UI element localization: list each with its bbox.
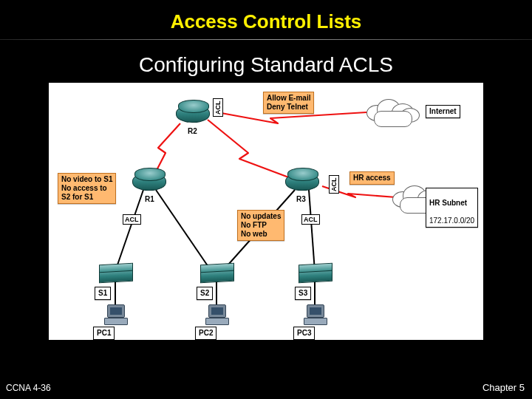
pc-pc1 <box>104 304 126 325</box>
switch-s2 <box>200 269 234 282</box>
pc-pc3 <box>304 304 326 325</box>
network-diagram: R2 R1 R3 S1 S2 S3 PC1 PC2 PC3 Internet H… <box>47 81 485 341</box>
acl-tag-r3: ACL <box>301 214 320 225</box>
note-r2-policy: Allow E-mail Deny Telnet <box>263 92 314 114</box>
router-r1 <box>132 173 166 191</box>
acl-tag-r3-hr: ACL <box>329 176 339 194</box>
hr-subnet-title: HR Subnet <box>429 199 467 207</box>
label-pc1: PC1 <box>93 327 115 340</box>
label-r2: R2 <box>186 127 199 135</box>
slide-subtitle: Configuring Standard ACLS <box>0 53 532 77</box>
svg-line-0 <box>115 190 143 271</box>
note-hr-access: HR access <box>349 171 395 185</box>
slide-title: Access Control Lists <box>0 0 532 39</box>
label-r3: R3 <box>295 195 307 203</box>
switch-s1 <box>99 269 133 282</box>
footer-left: CCNA 4-36 <box>6 383 51 393</box>
svg-line-3 <box>309 190 315 271</box>
separator-line <box>0 39 532 40</box>
acl-tag-r1: ACL <box>123 214 141 225</box>
label-r1: R1 <box>143 195 156 203</box>
footer-right: Chapter 5 <box>482 382 525 393</box>
label-s2: S2 <box>197 287 213 300</box>
label-s1: S1 <box>95 287 111 300</box>
router-r2 <box>176 105 210 123</box>
label-pc3: PC3 <box>293 327 315 340</box>
cloud-internet <box>366 96 420 127</box>
label-internet: Internet <box>426 105 460 118</box>
svg-line-1 <box>156 190 211 271</box>
router-r3 <box>285 173 319 191</box>
pc-pc2 <box>205 304 228 325</box>
label-hr-subnet: HR Subnet 172.17.0.0/20 <box>426 188 478 228</box>
note-r1-policy: No video to S1 No access to S2 for S1 <box>58 173 116 204</box>
label-pc2: PC2 <box>195 327 216 340</box>
switch-s3 <box>299 269 332 282</box>
acl-tag-r2: ACL <box>213 99 223 117</box>
note-r3-policy: No updates No FTP No web <box>237 210 284 241</box>
hr-subnet-addr: 172.17.0.0/20 <box>429 216 474 225</box>
label-s3: S3 <box>295 287 311 300</box>
